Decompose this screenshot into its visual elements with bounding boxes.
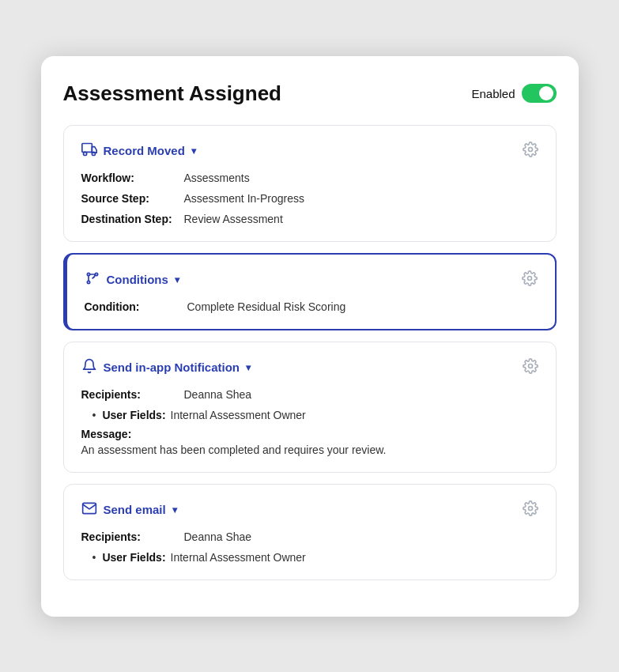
bullet-point: • bbox=[92, 409, 96, 421]
source-value: Assessment In-Progress bbox=[184, 192, 305, 205]
source-label: Source Step: bbox=[81, 192, 184, 205]
branch-icon bbox=[85, 270, 100, 289]
notification-gear[interactable] bbox=[523, 358, 538, 377]
enabled-badge: Enabled bbox=[471, 84, 556, 103]
email-recipients-field: Recipients: Deanna Shae bbox=[81, 530, 538, 543]
email-gear[interactable] bbox=[523, 500, 538, 519]
conditions-label: Conditions bbox=[107, 273, 168, 286]
notification-chevron: ▾ bbox=[246, 362, 251, 373]
truck-icon bbox=[81, 142, 97, 160]
notification-user-fields: • User Fields: Internal Assessment Owner bbox=[81, 409, 538, 421]
destination-label: Destination Step: bbox=[81, 213, 184, 225]
envelope-icon bbox=[81, 500, 97, 519]
condition-label: Condition: bbox=[85, 300, 187, 313]
bullet-point-2: • bbox=[92, 551, 96, 564]
notification-recipients-field: Recipients: Deanna Shea bbox=[81, 388, 538, 401]
notification-trigger[interactable]: Send in-app Notification ▾ bbox=[81, 358, 251, 376]
email-card: Send email ▾ Recipients: Deanna Shae • U… bbox=[63, 484, 557, 580]
bell-icon bbox=[81, 358, 97, 376]
record-moved-card: Record Moved ▾ Workflow: Assessments Sou… bbox=[63, 125, 557, 242]
email-user-fields-label: User Fields: bbox=[102, 551, 165, 564]
svg-point-7 bbox=[527, 276, 531, 280]
email-user-fields: • User Fields: Internal Assessment Owner bbox=[81, 551, 538, 564]
notification-message-section: Message: An assessment has been complete… bbox=[81, 428, 538, 456]
notification-message-text: An assessment has been completed and req… bbox=[81, 444, 538, 456]
conditions-gear[interactable] bbox=[522, 270, 538, 289]
record-moved-label: Record Moved bbox=[104, 144, 185, 157]
notification-recipients-value: Deanna Shea bbox=[184, 388, 252, 401]
workflow-value: Assessments bbox=[184, 172, 250, 184]
notification-card: Send in-app Notification ▾ Recipients: D… bbox=[63, 342, 557, 473]
destination-value: Review Assessment bbox=[184, 213, 283, 225]
workflow-label: Workflow: bbox=[81, 172, 184, 184]
notification-user-fields-value: Internal Assessment Owner bbox=[171, 409, 306, 421]
email-trigger[interactable]: Send email ▾ bbox=[81, 500, 177, 519]
email-chevron: ▾ bbox=[172, 504, 177, 515]
svg-rect-0 bbox=[81, 144, 92, 153]
notification-recipients-label: Recipients: bbox=[81, 388, 184, 401]
notification-message-label: Message: bbox=[81, 428, 538, 440]
conditions-card: Conditions ▾ Condition: Complete Residua… bbox=[63, 253, 557, 330]
email-user-fields-value: Internal Assessment Owner bbox=[171, 551, 306, 564]
notification-label: Send in-app Notification bbox=[104, 361, 240, 374]
record-moved-trigger[interactable]: Record Moved ▾ bbox=[81, 142, 196, 160]
record-moved-header: Record Moved ▾ bbox=[81, 142, 538, 160]
email-recipients-label: Recipients: bbox=[81, 530, 184, 543]
record-moved-gear[interactable] bbox=[523, 142, 538, 160]
svg-point-8 bbox=[528, 364, 532, 368]
svg-point-3 bbox=[528, 147, 532, 151]
condition-field: Condition: Complete Residual Risk Scorin… bbox=[85, 300, 538, 313]
workflow-field: Workflow: Assessments bbox=[81, 172, 538, 184]
conditions-header: Conditions ▾ bbox=[85, 270, 538, 289]
notification-header: Send in-app Notification ▾ bbox=[81, 358, 538, 377]
conditions-trigger[interactable]: Conditions ▾ bbox=[85, 270, 179, 289]
email-recipients-value: Deanna Shae bbox=[184, 530, 252, 543]
record-moved-chevron: ▾ bbox=[191, 145, 196, 157]
main-container: Assessment Assigned Enabled Record Moved… bbox=[41, 56, 579, 617]
enabled-toggle[interactable] bbox=[522, 84, 557, 103]
svg-point-2 bbox=[92, 152, 95, 155]
source-step-field: Source Step: Assessment In-Progress bbox=[81, 192, 538, 205]
notification-user-fields-label: User Fields: bbox=[102, 409, 165, 421]
page-header: Assessment Assigned Enabled bbox=[63, 81, 557, 106]
email-label: Send email bbox=[104, 503, 166, 516]
enabled-label: Enabled bbox=[471, 87, 515, 100]
conditions-chevron: ▾ bbox=[175, 274, 179, 285]
svg-point-9 bbox=[528, 506, 532, 510]
condition-value: Complete Residual Risk Scoring bbox=[187, 300, 346, 313]
destination-step-field: Destination Step: Review Assessment bbox=[81, 213, 538, 225]
email-header: Send email ▾ bbox=[81, 500, 538, 519]
page-title: Assessment Assigned bbox=[63, 81, 281, 106]
svg-point-1 bbox=[83, 152, 86, 155]
